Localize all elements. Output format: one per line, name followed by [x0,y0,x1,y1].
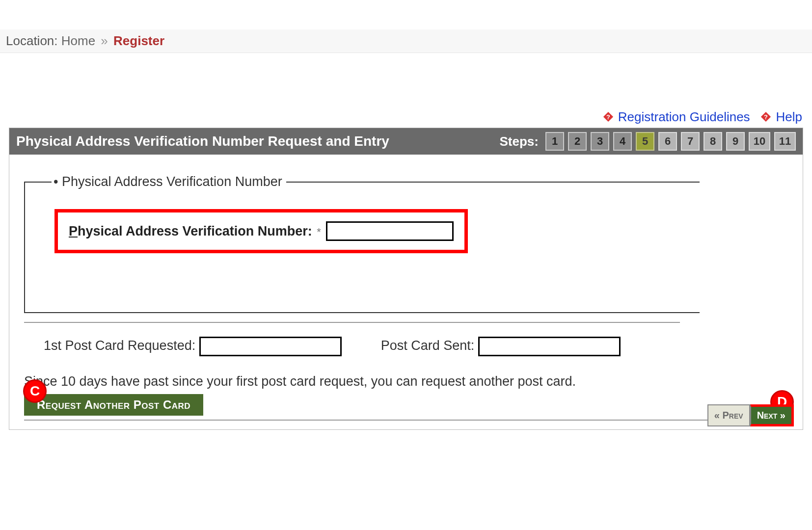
verification-fieldset: Physical Address Verification Number Phy… [24,174,700,313]
verification-input-row: Physical Address Verification Number: * [54,209,468,253]
step-10[interactable]: 10 [749,132,770,151]
verification-label-text: hysical Address Verification Number: [78,224,312,238]
postcard-row: 1st Post Card Requested: Post Card Sent: [44,337,788,356]
svg-text:?: ? [606,113,610,121]
step-2[interactable]: 2 [568,132,587,151]
verification-number-input[interactable] [326,221,454,241]
postcard-sent-group: Post Card Sent: [381,337,621,356]
step-11[interactable]: 11 [774,132,796,151]
postcard-sent-input[interactable] [478,337,621,356]
required-mark: * [317,226,321,238]
steps-label: Steps: [500,134,539,149]
breadcrumb-current: Register [113,33,164,48]
step-1[interactable]: 1 [545,132,564,151]
postcard-info-text: Since 10 days have past since your first… [24,374,788,389]
registration-guidelines-link[interactable]: Registration Guidelines [618,109,750,124]
panel-title: Physical Address Verification Number Req… [16,133,389,149]
first-postcard-input[interactable] [199,337,342,356]
step-5[interactable]: 5 [636,132,654,151]
request-another-postcard-button[interactable]: Request Another Post Card [24,394,203,416]
step-8[interactable]: 8 [704,132,722,151]
step-4[interactable]: 4 [613,132,632,151]
first-postcard-group: 1st Post Card Requested: [44,337,342,356]
breadcrumb-separator: » [101,33,108,48]
steps-indicator: Steps: 1 2 3 4 5 6 7 8 9 10 11 [500,132,796,151]
breadcrumb-home[interactable]: Home [61,33,95,48]
help-links: ? Registration Guidelines ? Help [0,109,812,128]
postcard-sent-label: Post Card Sent: [381,338,475,353]
breadcrumb-location-label: Location: [6,33,58,48]
wizard-nav: « Prev Next » [707,404,794,426]
main-panel: Physical Address Verification Number Req… [9,128,803,430]
step-6[interactable]: 6 [658,132,677,151]
bottom-divider [24,420,788,421]
breadcrumb: Location: Home » Register [0,29,812,53]
spacer [0,53,812,109]
step-7[interactable]: 7 [681,132,700,151]
verification-label: Physical Address Verification Number: * [69,224,321,239]
verification-label-accesskey: P [69,224,78,238]
prev-button[interactable]: « Prev [707,404,750,426]
next-button[interactable]: Next » [750,404,794,426]
help-link[interactable]: Help [776,109,802,124]
section-divider [24,322,680,323]
question-diamond-icon: ? [760,110,771,121]
step-3[interactable]: 3 [591,132,609,151]
question-diamond-icon: ? [603,110,614,121]
step-9[interactable]: 9 [726,132,745,151]
fieldset-legend: Physical Address Verification Number [52,174,286,189]
panel-body: Physical Address Verification Number Phy… [9,155,803,429]
panel-header: Physical Address Verification Number Req… [9,128,803,155]
first-postcard-label: 1st Post Card Requested: [44,338,195,353]
callout-badge-c: C [23,379,47,403]
svg-text:?: ? [764,113,768,121]
